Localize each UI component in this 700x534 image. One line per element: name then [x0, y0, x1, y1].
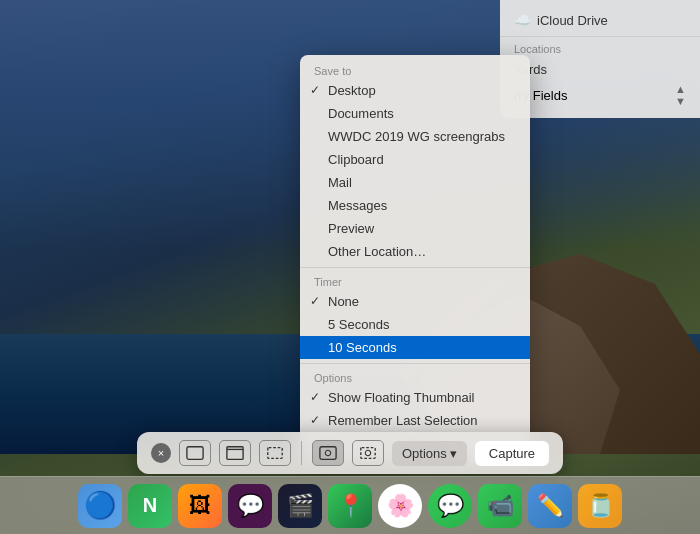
- capture-selection-button[interactable]: [259, 440, 291, 466]
- menu-item-messages[interactable]: Messages: [300, 194, 530, 217]
- capture-label: Capture: [489, 446, 535, 461]
- dock-icon-canister[interactable]: 🫙: [578, 484, 622, 528]
- icloud-panel: ☁️ iCloud Drive Locations Yards rry Fiel…: [500, 0, 700, 118]
- svg-rect-4: [320, 447, 336, 460]
- photos-icon: 🌸: [387, 493, 414, 519]
- screenshot-toolbar: × Options ▾ Ca: [137, 432, 563, 474]
- dock-icon-photos-app[interactable]: 🖼: [178, 484, 222, 528]
- fullscreen-icon: [226, 445, 244, 461]
- capture-button[interactable]: Capture: [475, 441, 549, 466]
- toolbar-separator-1: [301, 441, 302, 465]
- svg-rect-0: [187, 447, 203, 460]
- close-icon: ×: [158, 447, 164, 459]
- numbers-icon: N: [143, 494, 157, 517]
- menu-item-none[interactable]: None: [300, 290, 530, 313]
- facetime-icon: 📹: [487, 493, 514, 519]
- dock-icon-final-cut[interactable]: 🎬: [278, 484, 322, 528]
- pixelmator-icon: ✏️: [537, 493, 564, 519]
- icloud-header: ☁️ iCloud Drive: [500, 8, 700, 34]
- capture-video-screen-button[interactable]: [312, 440, 344, 466]
- menu-item-10seconds[interactable]: 10 Seconds: [300, 336, 530, 359]
- capture-window-button[interactable]: [179, 440, 211, 466]
- options-button[interactable]: Options ▾: [392, 441, 467, 466]
- dock-icon-facetime[interactable]: 📹: [478, 484, 522, 528]
- dock-icon-finder[interactable]: 🔵: [78, 484, 122, 528]
- selection-icon: [266, 445, 284, 461]
- capture-fullscreen-button[interactable]: [219, 440, 251, 466]
- dock-icon-messages[interactable]: 💬: [428, 484, 472, 528]
- menu-item-5seconds[interactable]: 5 Seconds: [300, 313, 530, 336]
- icloud-locations-label: Locations: [500, 39, 700, 59]
- icloud-item-fields[interactable]: rry Fields ▲▼: [500, 80, 700, 110]
- menu-item-desktop[interactable]: Desktop: [300, 79, 530, 102]
- save-to-label: Save to: [300, 61, 530, 79]
- options-label: Options: [402, 446, 447, 461]
- scroll-arrow: ▲▼: [675, 83, 686, 107]
- video-screen-icon: [319, 445, 337, 461]
- svg-rect-6: [361, 448, 375, 459]
- capture-video-selection-button[interactable]: [352, 440, 384, 466]
- menu-item-documents[interactable]: Documents: [300, 102, 530, 125]
- options-arrow: ▾: [450, 446, 457, 461]
- menu-item-mail[interactable]: Mail: [300, 171, 530, 194]
- window-icon: [186, 445, 204, 461]
- dock: 🔵 N 🖼 💬 🎬 📍 🌸 💬 📹 ✏️ 🫙: [0, 476, 700, 534]
- icloud-icon: ☁️: [514, 12, 531, 28]
- svg-rect-1: [227, 447, 243, 460]
- menu-item-clipboard[interactable]: Clipboard: [300, 148, 530, 171]
- finder-icon: 🔵: [84, 490, 116, 521]
- menu-item-other-location[interactable]: Other Location…: [300, 240, 530, 263]
- svg-point-5: [325, 450, 330, 455]
- photos-app-icon: 🖼: [189, 493, 211, 519]
- context-menu: Save to Desktop Documents WWDC 2019 WG s…: [300, 55, 530, 461]
- menu-item-preview[interactable]: Preview: [300, 217, 530, 240]
- dock-icon-maps[interactable]: 📍: [328, 484, 372, 528]
- maps-icon: 📍: [337, 493, 364, 519]
- slack-icon: 💬: [237, 493, 264, 519]
- timer-label: Timer: [300, 272, 530, 290]
- canister-icon: 🫙: [587, 493, 614, 519]
- dock-icon-photos[interactable]: 🌸: [378, 484, 422, 528]
- icloud-title: iCloud Drive: [537, 13, 608, 28]
- menu-item-wwdc[interactable]: WWDC 2019 WG screengrabs: [300, 125, 530, 148]
- menu-item-floating-thumbnail[interactable]: Show Floating Thumbnail: [300, 386, 530, 409]
- icloud-item-yards[interactable]: Yards: [500, 59, 700, 80]
- messages-icon: 💬: [437, 493, 464, 519]
- options-label: Options: [300, 368, 530, 386]
- dock-icon-numbers[interactable]: N: [128, 484, 172, 528]
- dock-icon-pixelmator[interactable]: ✏️: [528, 484, 572, 528]
- dock-icon-slack[interactable]: 💬: [228, 484, 272, 528]
- video-selection-icon: [359, 445, 377, 461]
- svg-point-7: [365, 450, 370, 455]
- close-button[interactable]: ×: [151, 443, 171, 463]
- menu-item-remember-selection[interactable]: Remember Last Selection: [300, 409, 530, 432]
- svg-rect-3: [268, 448, 282, 459]
- final-cut-icon: 🎬: [287, 493, 314, 519]
